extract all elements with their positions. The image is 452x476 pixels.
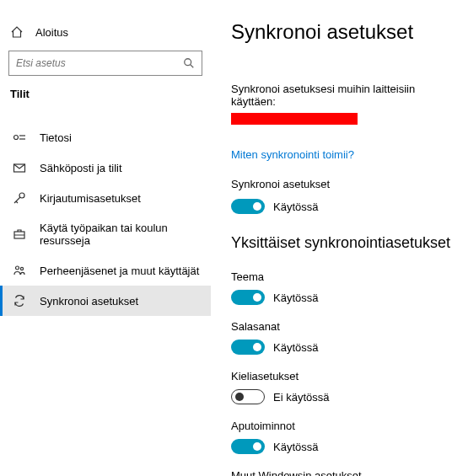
sync-icon (13, 294, 26, 308)
sync-group-label: Kieliasetukset (231, 370, 452, 382)
home-label: Aloitus (35, 26, 68, 39)
sidebar-item-label: Kirjautumisasetukset (40, 192, 141, 205)
search-box[interactable] (8, 51, 202, 76)
sidebar-item-your-info[interactable]: Tietosi (0, 122, 211, 152)
sync-group-label: Salasanat (231, 320, 452, 333)
sidebar-item-family[interactable]: Perheenjäsenet ja muut käyttäjät (0, 255, 211, 286)
home-icon (10, 25, 24, 39)
key-icon (13, 191, 26, 205)
briefcase-icon (13, 227, 26, 241)
sidebar-item-label: Sähköposti ja tilit (40, 162, 122, 174)
sync-group: AputoiminnotKäytössä (231, 420, 452, 454)
sync-group: SalasanatKäytössä (231, 320, 452, 355)
toggle-state-label: Käytössä (273, 441, 318, 453)
intro-text: Synkronoi asetuksesi muihin laitteisiin … (231, 83, 452, 108)
sync-master-toggle[interactable] (231, 199, 265, 214)
search-icon (183, 57, 195, 69)
svg-point-9 (20, 267, 23, 270)
how-sync-works-link[interactable]: Miten synkronointi toimii? (231, 148, 354, 161)
people-icon (13, 264, 26, 277)
sidebar-item-signin-options[interactable]: Kirjautumisasetukset (0, 183, 211, 213)
toggle-state-label: Käytössä (273, 291, 318, 304)
sidebar-item-label: Käytä työpaikan tai koulun resursseja (40, 222, 201, 247)
sidebar-item-label: Perheenjäsenet ja muut käyttäjät (40, 265, 199, 277)
redacted-account (231, 113, 358, 125)
sync-group-toggle[interactable] (231, 439, 265, 454)
sync-group-label: Aputoiminnot (231, 420, 452, 432)
sidebar-item-work-school[interactable]: Käytä työpaikan tai koulun resursseja (0, 213, 211, 255)
svg-line-1 (191, 65, 194, 68)
search-container (8, 51, 202, 76)
sidebar-section-label: Tilit (0, 88, 211, 122)
sync-group: Muut Windowsin asetuksetKäytössä (231, 469, 452, 476)
toggle-state-label: Käytössä (273, 201, 318, 213)
page-title: Synkronoi asetukset (231, 20, 452, 44)
sync-group-toggle[interactable] (231, 340, 265, 355)
individual-section-title: Yksittäiset synkronointiasetukset (231, 234, 452, 252)
svg-point-0 (185, 59, 191, 66)
sync-group: TeemaKäytössä (231, 270, 452, 305)
search-input[interactable] (16, 57, 183, 69)
sync-group-toggle[interactable] (231, 389, 265, 404)
main-content: Synkronoi asetukset Synkronoi asetuksesi… (211, 0, 452, 476)
sync-group: KieliasetuksetEi käytössä (231, 370, 452, 404)
home-link[interactable]: Aloitus (0, 25, 211, 51)
svg-point-2 (14, 136, 19, 140)
svg-point-8 (16, 266, 19, 270)
sidebar-item-label: Tietosi (40, 131, 72, 144)
sync-group-label: Muut Windowsin asetukset (231, 469, 452, 476)
settings-sidebar: Aloitus Tilit Tietosi Sähköposti ja tili… (0, 0, 211, 476)
sidebar-item-sync[interactable]: Synkronoi asetukset (0, 286, 211, 316)
sync-group-label: Teema (231, 270, 452, 283)
mail-icon (13, 161, 26, 174)
toggle-state-label: Käytössä (273, 341, 318, 354)
toggle-state-label: Ei käytössä (273, 391, 329, 404)
sidebar-item-label: Synkronoi asetukset (40, 295, 138, 308)
sync-group-toggle[interactable] (231, 290, 265, 305)
badge-icon (13, 131, 26, 144)
sidebar-item-email-accounts[interactable]: Sähköposti ja tilit (0, 152, 211, 183)
sync-settings-label: Synkronoi asetukset (231, 178, 452, 190)
